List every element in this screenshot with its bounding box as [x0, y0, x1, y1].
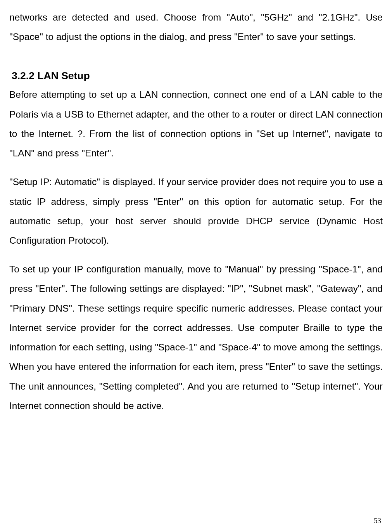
- page-number: 53: [374, 516, 381, 525]
- section-heading: 3.2.2 LAN Setup: [9, 70, 383, 82]
- body-paragraph-1: Before attempting to set up a LAN connec…: [9, 85, 383, 163]
- intro-paragraph: networks are detected and used. Choose f…: [9, 8, 383, 47]
- body-paragraph-2: "Setup IP: Automatic" is displayed. If y…: [9, 172, 383, 250]
- body-paragraph-3: To set up your IP configuration manually…: [9, 260, 383, 416]
